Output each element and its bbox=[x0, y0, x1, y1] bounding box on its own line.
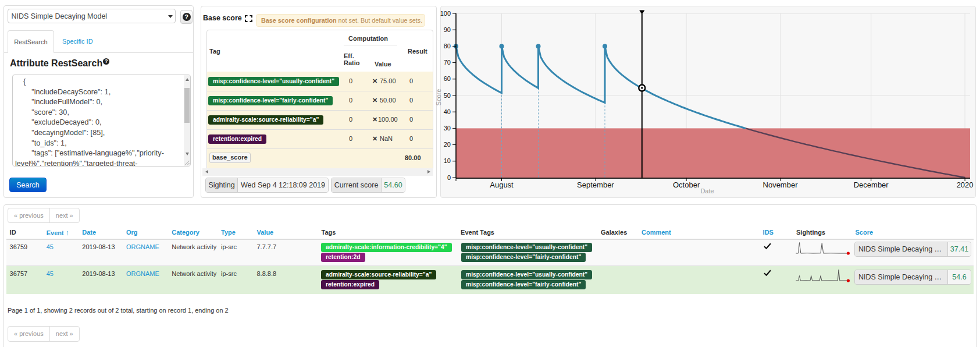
svg-text:Date: Date bbox=[700, 187, 714, 194]
svg-text:10: 10 bbox=[444, 157, 451, 164]
svg-text:60: 60 bbox=[444, 75, 451, 82]
svg-text:50: 50 bbox=[444, 92, 451, 99]
svg-text:October: October bbox=[673, 180, 700, 189]
svg-text:80: 80 bbox=[444, 43, 451, 49]
svg-text:2020: 2020 bbox=[957, 180, 974, 189]
svg-text:40: 40 bbox=[444, 108, 451, 115]
svg-text:20: 20 bbox=[444, 141, 451, 148]
svg-text:November: November bbox=[763, 180, 799, 189]
svg-text:September: September bbox=[577, 180, 614, 189]
svg-text:August: August bbox=[490, 180, 514, 189]
svg-text:100: 100 bbox=[440, 10, 451, 17]
svg-text:70: 70 bbox=[444, 59, 451, 66]
svg-text:0: 0 bbox=[447, 174, 451, 181]
svg-text:90: 90 bbox=[444, 26, 451, 33]
svg-text:30: 30 bbox=[444, 125, 451, 132]
svg-text:Score: Score bbox=[435, 89, 442, 106]
svg-text:December: December bbox=[854, 180, 889, 189]
